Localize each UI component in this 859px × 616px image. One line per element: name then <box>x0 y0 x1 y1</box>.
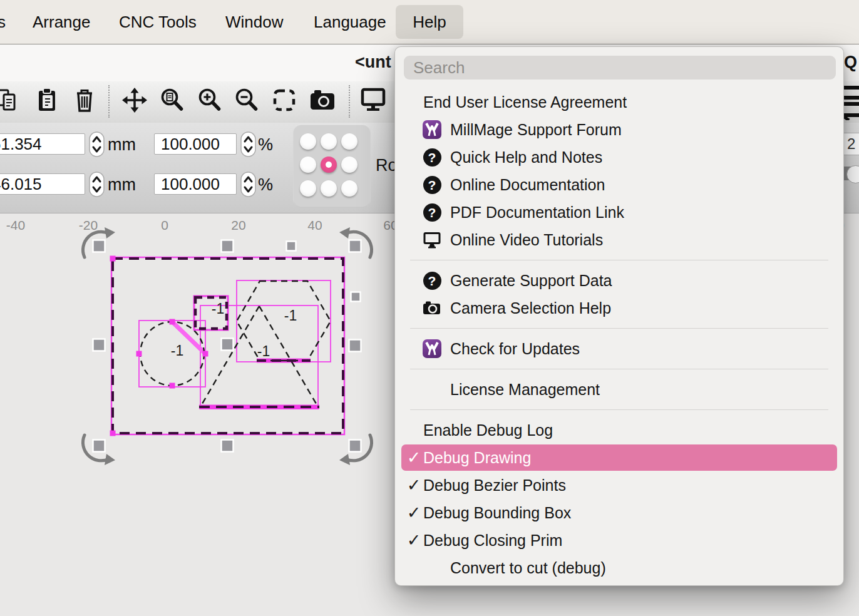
help-search-input[interactable] <box>404 56 836 80</box>
width-scale-input[interactable]: 100.000 <box>154 133 237 155</box>
ruler-label: 0 <box>161 218 168 233</box>
anchor-dot[interactable] <box>341 180 357 197</box>
zoom-in-icon[interactable] <box>196 86 225 115</box>
monitor-icon[interactable] <box>359 86 388 115</box>
toggle-knob <box>846 165 859 183</box>
copy-icon[interactable] <box>0 86 23 115</box>
anchor-dot[interactable] <box>321 133 337 150</box>
menubar-item-language[interactable]: Language <box>314 0 386 44</box>
camera-icon <box>423 299 441 317</box>
menu-item-label: MillMage Support Forum <box>450 116 622 143</box>
anchor-dot[interactable] <box>341 133 357 150</box>
menu-item-quick-help-and-notes[interactable]: ?Quick Help and Notes <box>395 143 843 171</box>
height-unit-label: mm <box>108 175 136 195</box>
anchor-dot[interactable] <box>300 157 316 173</box>
anchor-dot[interactable] <box>300 180 316 197</box>
shape-depth-label: -1 <box>284 307 297 324</box>
check-icon: ✓ <box>406 444 422 471</box>
width-input[interactable]: 61.354 <box>0 133 85 155</box>
check-icon: ✓ <box>406 499 422 526</box>
height-scale-input[interactable]: 100.000 <box>154 173 237 195</box>
menubar-item-window[interactable]: Window <box>225 0 283 44</box>
check-icon: ✓ <box>406 526 422 554</box>
width-scale-stepper[interactable] <box>240 131 256 157</box>
menu-item-generate-support-data[interactable]: ?Generate Support Data <box>395 267 843 294</box>
toolbar-separator <box>108 85 110 118</box>
menu-item-label: Online Video Tutorials <box>450 226 603 254</box>
millmage-icon <box>423 339 441 358</box>
menu-item-label: Debug Bounding Box <box>423 499 571 526</box>
height-stepper[interactable] <box>89 172 105 197</box>
zoom-page-icon[interactable] <box>158 86 187 115</box>
menubar-item-help[interactable]: Help <box>396 5 463 39</box>
paste-icon[interactable] <box>34 86 63 115</box>
pan-move-icon[interactable] <box>121 86 150 115</box>
menu-item-label: Camera Selection Help <box>450 294 611 322</box>
width-scale-unit-label: % <box>258 135 273 155</box>
right-panel-title-fragment: Q <box>844 53 857 72</box>
menu-item-convert-to-cut-debug[interactable]: Convert to cut (debug) <box>395 554 843 582</box>
question-icon: ? <box>423 272 441 290</box>
menu-item-label: Debug Bezier Points <box>423 471 566 499</box>
menu-item-debug-drawing[interactable]: ✓Debug Drawing <box>395 444 843 471</box>
question-icon: ? <box>423 176 441 194</box>
menu-item-millmage-support-forum[interactable]: MillMage Support Forum <box>395 116 843 143</box>
menu-item-label: Debug Closing Prim <box>423 526 562 554</box>
menu-separator <box>410 409 828 410</box>
menu-item-label: Debug Drawing <box>423 444 531 471</box>
menubar-item-arrange[interactable]: Arrange <box>33 0 91 44</box>
menu-item-label: Generate Support Data <box>450 267 612 294</box>
menu-item-label: Online Documentation <box>450 171 605 198</box>
shape-depth-label: -1 <box>171 342 183 359</box>
menu-item-debug-closing-prim[interactable]: ✓Debug Closing Prim <box>395 526 843 554</box>
menu-item-debug-bounding-box[interactable]: ✓Debug Bounding Box <box>395 499 843 526</box>
ruler-label: -20 <box>79 218 98 233</box>
anchor-dot[interactable] <box>341 157 357 173</box>
menu-bar: s Arrange CNC Tools Window Language Help <box>0 0 859 44</box>
shape-depth-label: -1 <box>257 343 270 360</box>
menu-item-end-user-license-agreement[interactable]: End User License Agreement <box>395 88 843 116</box>
check-icon: ✓ <box>406 471 422 499</box>
millmage-window: s Arrange CNC Tools Window Language Help… <box>0 0 859 616</box>
anchor-point-grid <box>293 124 371 208</box>
selection-handles[interactable] <box>93 240 361 452</box>
menu-item-online-video-tutorials[interactable]: Online Video Tutorials <box>395 226 843 254</box>
menu-item-label: Convert to cut (debug) <box>450 554 606 582</box>
ruler-label: -40 <box>6 218 25 233</box>
toolbar-separator <box>349 85 350 118</box>
ruler-label: 40 <box>307 218 322 233</box>
anchor-dot[interactable] <box>321 180 337 197</box>
delete-icon[interactable] <box>71 86 100 115</box>
menu-item-label: Enable Debug Log <box>423 416 553 444</box>
edit-nodes[interactable] <box>110 256 208 436</box>
menu-item-license-management[interactable]: License Management <box>395 376 843 403</box>
zoom-out-icon[interactable] <box>233 86 262 115</box>
ruler-label: 20 <box>231 218 245 233</box>
clipped-right-spinbox[interactable]: 2 <box>843 133 859 155</box>
shape-depth-label: -1 <box>212 300 224 317</box>
millmage-icon <box>423 120 441 139</box>
menu-item-debug-bezier-points[interactable]: ✓Debug Bezier Points <box>395 471 843 499</box>
menu-separator <box>410 260 828 260</box>
menu-item-online-documentation[interactable]: ?Online Documentation <box>395 171 843 198</box>
menu-separator <box>410 328 828 329</box>
camera-icon[interactable] <box>309 86 337 115</box>
question-icon: ? <box>423 203 441 222</box>
menubar-item-partial[interactable]: s <box>0 0 6 44</box>
height-scale-unit-label: % <box>258 175 273 195</box>
marquee-select-icon[interactable] <box>270 86 299 115</box>
menu-item-camera-selection-help[interactable]: Camera Selection Help <box>395 294 843 322</box>
anchor-dot-selected[interactable] <box>321 157 337 173</box>
menu-item-label: Quick Help and Notes <box>450 143 602 171</box>
anchor-dot[interactable] <box>300 133 316 150</box>
menu-item-check-for-updates[interactable]: Check for Updates <box>395 335 843 362</box>
height-input[interactable]: 46.015 <box>0 173 85 195</box>
menu-item-enable-debug-log[interactable]: Enable Debug Log <box>395 416 843 444</box>
help-menu-items: End User License AgreementMillMage Suppo… <box>395 88 843 582</box>
menubar-item-cnc-tools[interactable]: CNC Tools <box>119 0 197 44</box>
menu-item-label: License Management <box>450 376 600 403</box>
height-scale-stepper[interactable] <box>240 172 256 197</box>
width-stepper[interactable] <box>89 131 105 157</box>
monitor-icon <box>423 230 441 249</box>
menu-item-pdf-documentation-link[interactable]: ?PDF Documentation Link <box>395 198 843 226</box>
